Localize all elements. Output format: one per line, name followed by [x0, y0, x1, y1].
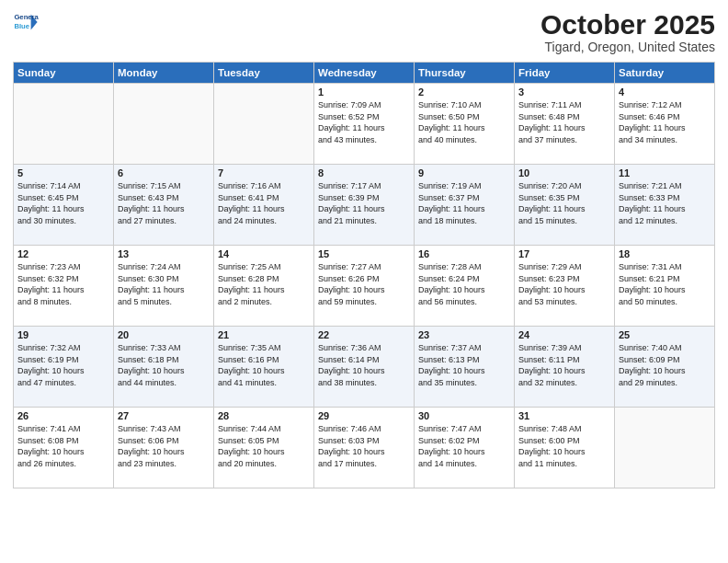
day-number: 7	[218, 167, 310, 178]
week-row-2: 5Sunrise: 7:14 AM Sunset: 6:45 PM Daylig…	[14, 165, 715, 246]
day-number: 25	[619, 329, 711, 340]
week-row-4: 19Sunrise: 7:32 AM Sunset: 6:19 PM Dayli…	[14, 327, 715, 408]
day-info: Sunrise: 7:31 AM Sunset: 6:21 PM Dayligh…	[619, 261, 711, 307]
day-cell: 12Sunrise: 7:23 AM Sunset: 6:32 PM Dayli…	[14, 246, 114, 327]
day-info: Sunrise: 7:21 AM Sunset: 6:33 PM Dayligh…	[619, 180, 711, 226]
day-cell: 10Sunrise: 7:20 AM Sunset: 6:35 PM Dayli…	[515, 165, 615, 246]
day-number: 15	[318, 248, 410, 259]
day-cell	[214, 84, 314, 165]
day-info: Sunrise: 7:20 AM Sunset: 6:35 PM Dayligh…	[518, 180, 610, 226]
day-info: Sunrise: 7:43 AM Sunset: 6:06 PM Dayligh…	[118, 423, 210, 469]
day-cell: 25Sunrise: 7:40 AM Sunset: 6:09 PM Dayli…	[615, 327, 715, 408]
day-cell	[615, 408, 715, 488]
logo: General Blue	[13, 9, 39, 35]
day-info: Sunrise: 7:32 AM Sunset: 6:19 PM Dayligh…	[17, 342, 109, 388]
week-row-1: 1Sunrise: 7:09 AM Sunset: 6:52 PM Daylig…	[14, 84, 715, 165]
day-info: Sunrise: 7:40 AM Sunset: 6:09 PM Dayligh…	[619, 342, 711, 388]
day-number: 27	[118, 410, 210, 421]
day-cell: 17Sunrise: 7:29 AM Sunset: 6:23 PM Dayli…	[515, 246, 615, 327]
day-number: 4	[619, 86, 711, 98]
day-info: Sunrise: 7:25 AM Sunset: 6:28 PM Dayligh…	[218, 261, 310, 307]
day-info: Sunrise: 7:37 AM Sunset: 6:13 PM Dayligh…	[418, 342, 510, 388]
col-header-monday: Monday	[114, 63, 214, 84]
day-info: Sunrise: 7:11 AM Sunset: 6:48 PM Dayligh…	[518, 99, 610, 145]
day-cell: 27Sunrise: 7:43 AM Sunset: 6:06 PM Dayli…	[114, 408, 214, 488]
day-cell: 9Sunrise: 7:19 AM Sunset: 6:37 PM Daylig…	[415, 165, 515, 246]
day-number: 1	[318, 86, 410, 98]
day-cell: 16Sunrise: 7:28 AM Sunset: 6:24 PM Dayli…	[415, 246, 515, 327]
day-info: Sunrise: 7:15 AM Sunset: 6:43 PM Dayligh…	[118, 180, 210, 226]
day-info: Sunrise: 7:33 AM Sunset: 6:18 PM Dayligh…	[118, 342, 210, 388]
day-number: 28	[218, 410, 310, 421]
day-info: Sunrise: 7:14 AM Sunset: 6:45 PM Dayligh…	[17, 180, 109, 226]
day-info: Sunrise: 7:48 AM Sunset: 6:00 PM Dayligh…	[518, 423, 610, 469]
day-number: 17	[518, 248, 610, 259]
day-cell: 28Sunrise: 7:44 AM Sunset: 6:05 PM Dayli…	[214, 408, 314, 488]
day-number: 6	[118, 167, 210, 178]
day-info: Sunrise: 7:35 AM Sunset: 6:16 PM Dayligh…	[218, 342, 310, 388]
day-cell: 19Sunrise: 7:32 AM Sunset: 6:19 PM Dayli…	[14, 327, 114, 408]
day-info: Sunrise: 7:29 AM Sunset: 6:23 PM Dayligh…	[518, 261, 610, 307]
day-number: 3	[518, 86, 610, 98]
day-cell: 1Sunrise: 7:09 AM Sunset: 6:52 PM Daylig…	[314, 84, 415, 165]
day-cell: 29Sunrise: 7:46 AM Sunset: 6:03 PM Dayli…	[314, 408, 415, 488]
day-info: Sunrise: 7:12 AM Sunset: 6:46 PM Dayligh…	[619, 99, 711, 145]
day-number: 14	[218, 248, 310, 259]
day-cell: 2Sunrise: 7:10 AM Sunset: 6:50 PM Daylig…	[415, 84, 515, 165]
day-number: 26	[17, 410, 109, 421]
page: General Blue October 2025 Tigard, Oregon…	[0, 0, 728, 563]
day-cell: 3Sunrise: 7:11 AM Sunset: 6:48 PM Daylig…	[515, 84, 615, 165]
day-number: 8	[318, 167, 410, 178]
day-cell: 18Sunrise: 7:31 AM Sunset: 6:21 PM Dayli…	[615, 246, 715, 327]
month-title: October 2025	[540, 9, 715, 40]
day-cell: 8Sunrise: 7:17 AM Sunset: 6:39 PM Daylig…	[314, 165, 415, 246]
svg-text:General: General	[14, 13, 39, 21]
week-row-5: 26Sunrise: 7:41 AM Sunset: 6:08 PM Dayli…	[14, 408, 715, 488]
day-number: 24	[518, 329, 610, 340]
day-info: Sunrise: 7:28 AM Sunset: 6:24 PM Dayligh…	[418, 261, 510, 307]
day-number: 5	[17, 167, 109, 178]
day-cell: 22Sunrise: 7:36 AM Sunset: 6:14 PM Dayli…	[314, 327, 415, 408]
day-cell: 24Sunrise: 7:39 AM Sunset: 6:11 PM Dayli…	[515, 327, 615, 408]
day-cell: 23Sunrise: 7:37 AM Sunset: 6:13 PM Dayli…	[415, 327, 515, 408]
day-cell: 11Sunrise: 7:21 AM Sunset: 6:33 PM Dayli…	[615, 165, 715, 246]
day-info: Sunrise: 7:41 AM Sunset: 6:08 PM Dayligh…	[17, 423, 109, 469]
day-number: 9	[418, 167, 510, 178]
day-number: 21	[218, 329, 310, 340]
day-info: Sunrise: 7:23 AM Sunset: 6:32 PM Dayligh…	[17, 261, 109, 307]
day-cell: 15Sunrise: 7:27 AM Sunset: 6:26 PM Dayli…	[314, 246, 415, 327]
day-number: 31	[518, 410, 610, 421]
day-info: Sunrise: 7:44 AM Sunset: 6:05 PM Dayligh…	[218, 423, 310, 469]
header-row: SundayMondayTuesdayWednesdayThursdayFrid…	[14, 63, 715, 84]
day-info: Sunrise: 7:36 AM Sunset: 6:14 PM Dayligh…	[318, 342, 410, 388]
day-info: Sunrise: 7:47 AM Sunset: 6:02 PM Dayligh…	[418, 423, 510, 469]
day-cell: 26Sunrise: 7:41 AM Sunset: 6:08 PM Dayli…	[14, 408, 114, 488]
day-info: Sunrise: 7:46 AM Sunset: 6:03 PM Dayligh…	[318, 423, 410, 469]
day-cell: 5Sunrise: 7:14 AM Sunset: 6:45 PM Daylig…	[14, 165, 114, 246]
day-cell: 14Sunrise: 7:25 AM Sunset: 6:28 PM Dayli…	[214, 246, 314, 327]
day-info: Sunrise: 7:19 AM Sunset: 6:37 PM Dayligh…	[418, 180, 510, 226]
day-info: Sunrise: 7:39 AM Sunset: 6:11 PM Dayligh…	[518, 342, 610, 388]
col-header-tuesday: Tuesday	[214, 63, 314, 84]
day-info: Sunrise: 7:27 AM Sunset: 6:26 PM Dayligh…	[318, 261, 410, 307]
day-number: 22	[318, 329, 410, 340]
day-number: 29	[318, 410, 410, 421]
day-info: Sunrise: 7:17 AM Sunset: 6:39 PM Dayligh…	[318, 180, 410, 226]
col-header-wednesday: Wednesday	[314, 63, 415, 84]
day-number: 18	[619, 248, 711, 259]
day-number: 2	[418, 86, 510, 98]
day-cell: 4Sunrise: 7:12 AM Sunset: 6:46 PM Daylig…	[615, 84, 715, 165]
col-header-saturday: Saturday	[615, 63, 715, 84]
day-number: 19	[17, 329, 109, 340]
day-number: 23	[418, 329, 510, 340]
day-number: 30	[418, 410, 510, 421]
calendar-table: SundayMondayTuesdayWednesdayThursdayFrid…	[13, 62, 715, 488]
day-cell: 21Sunrise: 7:35 AM Sunset: 6:16 PM Dayli…	[214, 327, 314, 408]
day-cell	[114, 84, 214, 165]
day-cell: 20Sunrise: 7:33 AM Sunset: 6:18 PM Dayli…	[114, 327, 214, 408]
day-cell: 7Sunrise: 7:16 AM Sunset: 6:41 PM Daylig…	[214, 165, 314, 246]
day-number: 13	[118, 248, 210, 259]
day-cell: 13Sunrise: 7:24 AM Sunset: 6:30 PM Dayli…	[114, 246, 214, 327]
logo-icon: General Blue	[13, 9, 39, 35]
day-info: Sunrise: 7:24 AM Sunset: 6:30 PM Dayligh…	[118, 261, 210, 307]
